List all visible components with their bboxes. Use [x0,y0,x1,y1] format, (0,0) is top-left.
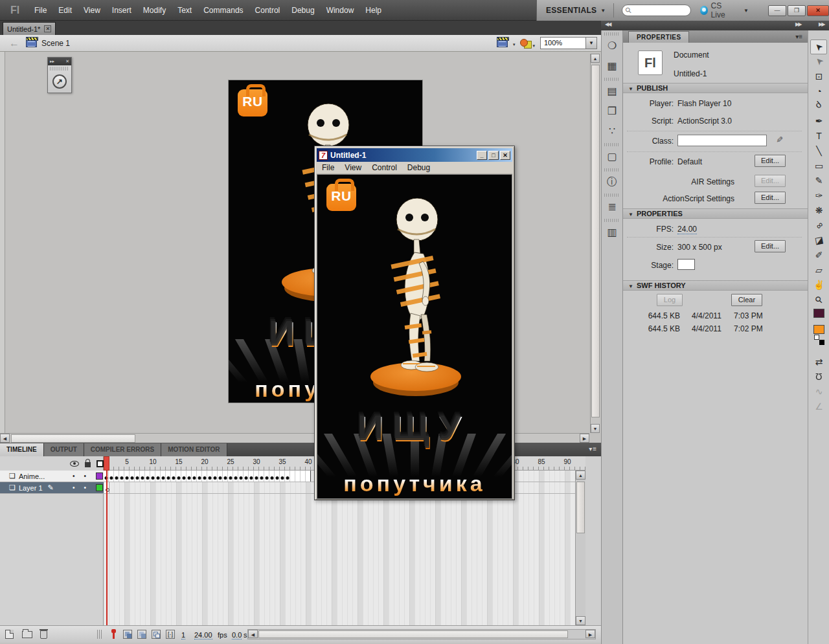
keyframe-icon[interactable] [188,476,191,480]
menu-commands[interactable]: Commands [198,0,249,21]
keyframe-icon[interactable] [245,476,248,480]
scroll-down-icon[interactable]: ▼ [576,616,585,625]
keyframe-icon[interactable] [120,476,124,480]
layer-toggles[interactable]: •• [73,484,96,491]
menu-text[interactable]: Text [172,0,198,21]
onion-skin-button[interactable] [137,630,146,639]
keyframe-icon[interactable] [240,476,243,480]
keyframe-icon[interactable] [115,476,119,480]
lock-all-layers-icon[interactable] [85,462,91,467]
keyframe-icon[interactable] [167,476,170,480]
eraser-tool[interactable]: ▱ [808,263,829,278]
scene-breadcrumb[interactable]: Scene 1 [41,39,70,48]
tab-timeline[interactable]: TIMELINE [0,443,44,456]
snap-to-objects-button[interactable]: Ω [808,370,829,384]
swf-history-section-header[interactable]: ▼SWF HISTORY [623,280,808,291]
timeline-panel-menu-icon[interactable]: ▾≡ [589,445,597,452]
class-edit-pencil-icon[interactable]: ✎ [775,136,784,143]
layer-toggles[interactable]: •• [73,472,96,480]
keyframe-icon[interactable] [250,476,253,480]
show-hide-all-layers-icon[interactable] [70,461,79,467]
new-folder-button[interactable] [22,631,32,638]
scroll-right-icon[interactable]: ▶ [585,630,595,638]
close-button[interactable]: ✕ [807,5,829,16]
document-tab-close-icon[interactable]: ✕ [44,25,51,32]
properties-panel-menu-icon[interactable]: ▾≡ [795,33,802,40]
selection-tool[interactable]: ➤ [810,39,827,54]
player-menu-debug[interactable]: Debug [402,163,435,172]
onion-skin-outlines-button[interactable] [152,630,161,639]
menu-file[interactable]: File [28,0,52,21]
workspace-switcher[interactable]: ESSENTIALS [546,6,596,15]
free-transform-tool[interactable]: ⊡ [808,69,829,84]
scroll-up-icon[interactable]: ▲ [576,471,585,480]
timeline-vertical-scrollbar[interactable]: ▲ ▼ [575,471,585,625]
deco-tool[interactable]: ❋ [808,203,829,218]
edit-symbols-button[interactable]: ▾ [520,38,535,49]
info-panel-icon[interactable]: ⓘ [602,172,622,192]
tab-output[interactable]: OUTPUT [44,443,84,456]
document-tab[interactable]: Untitled-1* ✕ [3,22,56,35]
player-close-button[interactable]: ✕ [500,151,510,160]
keyframe-icon[interactable] [286,476,290,480]
line-tool[interactable]: ╲ [808,144,829,159]
keyframe-icon[interactable] [229,476,233,480]
player-title-bar[interactable]: 7 Untitled-1 _ □ ✕ [317,148,512,162]
brush-tool[interactable]: ✑ [808,188,829,203]
menu-help[interactable]: Help [359,0,387,21]
show-outlines-icon[interactable] [97,460,104,467]
delete-layer-button[interactable] [40,630,47,639]
player-minimize-button[interactable]: _ [477,151,487,160]
search-input[interactable]: ⚲ [622,5,691,16]
keyframe-icon[interactable] [234,476,238,480]
keyframe-icon[interactable] [219,476,222,480]
zoom-tool[interactable]: ⚲ [808,293,829,307]
layer-row-layer1[interactable]: ❏ Layer 1 ✎ •• [0,482,104,494]
keyframe-icon[interactable] [177,476,181,480]
keyframe-icon[interactable] [146,476,150,480]
zoom-dropdown-icon[interactable]: ▼ [585,38,596,49]
stage-vertical-scrollbar[interactable]: ▲ ▼ [590,54,600,433]
h-scroll-thumb[interactable] [11,434,135,443]
subselection-tool[interactable]: ➤ [808,54,829,69]
keyframe-icon[interactable] [266,476,269,480]
panel-resize-grip[interactable] [97,630,102,639]
code-snippets-panel-icon[interactable]: ▤ [602,81,622,101]
menu-window[interactable]: Window [321,0,360,21]
circle-arrow-icon[interactable]: ↗ [52,74,67,89]
edit-multiple-frames-button[interactable]: [·] [166,630,175,639]
layer-color-swatch[interactable] [96,484,103,491]
align-panel-icon[interactable]: ▢ [602,146,622,166]
expand-tools-icon[interactable]: ▶▶ [819,21,824,27]
timeline-vscroll-thumb[interactable] [576,482,585,533]
keyframe-icon[interactable] [126,476,129,480]
scroll-left-icon[interactable]: ◀ [248,630,258,638]
actionscript-settings-edit-button[interactable]: Edit... [755,192,786,204]
swatches-panel-icon[interactable]: ▦ [602,56,622,76]
menu-control[interactable]: Control [249,0,286,21]
keyframe-icon[interactable] [276,476,279,480]
minimize-button[interactable]: — [768,5,786,16]
menu-debug[interactable]: Debug [286,0,320,21]
new-layer-button[interactable] [5,630,14,639]
keyframe-icon[interactable] [281,476,284,480]
scroll-right-icon[interactable]: ▶ [580,434,589,443]
keyframe-icon[interactable] [172,476,176,480]
tab-compiler-errors[interactable]: COMPILER ERRORS [84,443,161,456]
eyedropper-tool[interactable]: ✐ [808,248,829,263]
default-colors-button[interactable] [808,340,829,355]
library-panel-icon[interactable]: ▥ [602,222,622,242]
keyframe-icon[interactable] [198,476,201,480]
frame-rate-field[interactable]: 24.00 [194,631,212,639]
layer-row-anime[interactable]: ❏ Anime... •• [0,471,104,482]
clear-button[interactable]: Clear [731,294,762,306]
keyframe-icon[interactable] [271,476,274,480]
back-arrow-icon[interactable]: ← [9,38,19,49]
keyframe-icon[interactable] [183,476,186,480]
properties-section-header[interactable]: ▼PROPERTIES [623,208,808,219]
edit-scene-button[interactable]: ▾ [497,39,516,47]
rectangle-tool[interactable]: ▭ [808,159,829,173]
keyframe-icon[interactable] [110,476,113,480]
menu-edit[interactable]: Edit [52,0,78,21]
keyframe-icon[interactable] [260,476,264,480]
